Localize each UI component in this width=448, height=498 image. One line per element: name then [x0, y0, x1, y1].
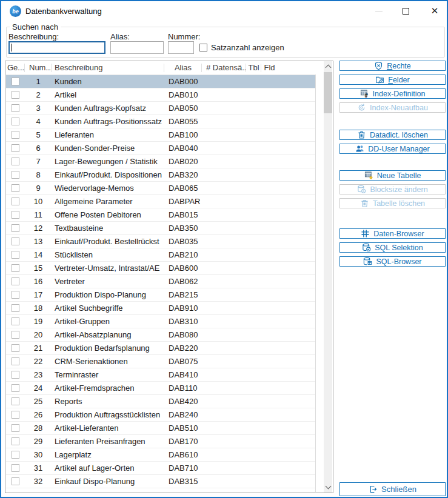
table-row[interactable]: 32Einkauf Dispo-PlanungDAB315 — [6, 475, 315, 488]
row-checkbox[interactable] — [12, 291, 19, 299]
cell-alias: DAB510 — [164, 423, 202, 433]
column-header-num[interactable]: Num... — [25, 61, 52, 75]
row-checkbox[interactable] — [12, 251, 19, 259]
table-row[interactable]: 31Artikel auf Lager-OrtenDAB710 — [6, 462, 315, 475]
row-checkbox[interactable] — [12, 78, 19, 85]
row-checkbox[interactable] — [12, 104, 19, 112]
row-checkbox[interactable] — [12, 237, 19, 245]
row-checkbox[interactable] — [12, 344, 19, 352]
table-row[interactable]: 12TextbausteineDAB350 — [6, 222, 315, 235]
table-row[interactable]: 11Offene Posten DebitorenDAB015 — [6, 208, 315, 222]
row-checkbox[interactable] — [12, 317, 19, 325]
column-header-beschreibung[interactable]: Beschreibung — [52, 61, 164, 75]
table-row[interactable]: 2ArtikelDAB010 — [6, 88, 315, 102]
table-row[interactable]: 13Einkauf/Produkt. BestellrückstDAB035 — [6, 235, 315, 248]
cell-nummer: 21 — [25, 344, 52, 353]
schliessen-button[interactable]: Schließen — [339, 482, 446, 496]
folder-pencil-icon — [375, 75, 384, 84]
row-checkbox[interactable] — [12, 131, 19, 139]
table-row[interactable]: 30LagerplatzDAB610 — [6, 448, 315, 462]
table-row[interactable]: 9Wiedervorlage-MemosDAB065 — [6, 182, 315, 195]
cell-alias: DAB410 — [164, 370, 202, 379]
row-checkbox[interactable] — [12, 277, 19, 285]
row-checkbox[interactable] — [12, 464, 19, 472]
table-row[interactable]: 26Produktion AuftragsstücklistenDAB240 — [6, 408, 315, 422]
nummer-input[interactable] — [168, 41, 194, 54]
table-row[interactable]: 10Allgemeine ParameterDABPAR — [6, 195, 315, 208]
neue-tabelle-button[interactable]: Neue Tabelle — [339, 170, 446, 181]
satzanzahl-checkbox[interactable] — [199, 44, 207, 51]
column-header-datens[interactable]: # Datensä... — [202, 61, 246, 75]
scroll-down-icon[interactable] — [324, 482, 332, 493]
row-checkbox[interactable] — [12, 184, 19, 192]
index-definition-button[interactable]: #Index-Definition — [339, 88, 446, 99]
table-row[interactable]: 18Artikel SuchbegriffeDAB910 — [6, 302, 315, 315]
column-header-alias[interactable]: Alias — [164, 61, 202, 75]
row-checkbox[interactable] — [12, 118, 19, 125]
table-row[interactable]: 28Artikel-LieferantenDAB510 — [6, 422, 315, 435]
cell-beschreibung: Einkauf Dispo-Planung — [52, 477, 164, 486]
vertical-scrollbar[interactable] — [324, 61, 332, 493]
row-checkbox[interactable] — [12, 144, 19, 152]
minimize-icon — [375, 11, 383, 12]
row-checkbox[interactable] — [12, 451, 19, 459]
table-row[interactable]: 22CRM-SerienaktionenDAB075 — [6, 355, 315, 368]
table-row[interactable]: 29Lieferanten PreisanfragenDAB170 — [6, 435, 315, 448]
row-checkbox[interactable] — [12, 397, 19, 405]
close-window-button[interactable]: ✕ — [424, 1, 445, 21]
table-row[interactable]: 17Produktion Dispo-PlanungDAB215 — [6, 288, 315, 302]
table-row[interactable]: 7Lager-Bewegungen / StatistikDAB020 — [6, 155, 315, 168]
table-row[interactable]: 1KundenDAB000 — [6, 75, 315, 88]
row-checkbox[interactable] — [12, 384, 19, 392]
alias-input[interactable] — [110, 41, 164, 54]
row-checkbox[interactable] — [12, 437, 19, 445]
cell-beschreibung: Artikel Suchbegriffe — [52, 304, 164, 313]
rechte-button[interactable]: Rechte — [339, 61, 446, 71]
cell-beschreibung: CRM-Serienaktionen — [52, 357, 164, 366]
table-row[interactable]: 15Vertreter-Umsatz, Intrastat/AEDAB600 — [6, 262, 315, 275]
column-header-tbl[interactable]: Tbl — [246, 61, 261, 75]
row-checkbox[interactable] — [12, 357, 19, 365]
table-row[interactable]: 4Kunden Auftrags-PositionssatzDAB055 — [6, 115, 315, 128]
close-icon: ✕ — [431, 5, 439, 16]
cell-nummer: 25 — [25, 397, 52, 406]
table-row[interactable]: 25ReportsDAB420 — [6, 395, 315, 408]
scroll-up-icon[interactable] — [324, 61, 332, 71]
row-checkbox[interactable] — [12, 411, 19, 419]
table-row[interactable]: 3Kunden Auftrags-KopfsatzDAB050 — [6, 102, 315, 115]
datadict-loeschen-button[interactable]: Datadict. löschen — [339, 130, 446, 140]
row-checkbox[interactable] — [12, 477, 19, 485]
scrollbar-thumb[interactable] — [324, 72, 332, 113]
table-row[interactable]: 6Kunden-Sonder-PreiseDAB040 — [6, 142, 315, 155]
table-row[interactable]: 14StücklistenDAB210 — [6, 248, 315, 262]
dd-user-manager-button[interactable]: DD-User Manager — [339, 144, 446, 154]
row-checkbox[interactable] — [12, 91, 19, 99]
table-row[interactable]: 16VertreterDAB062 — [6, 275, 315, 288]
felder-button[interactable]: Felder — [339, 75, 446, 85]
row-checkbox[interactable] — [12, 211, 19, 219]
row-checkbox[interactable] — [12, 371, 19, 379]
column-header-fld[interactable]: Fld — [261, 61, 278, 75]
row-checkbox[interactable] — [12, 331, 19, 339]
row-checkbox[interactable] — [12, 424, 19, 432]
table-row[interactable]: 20Artikel-AbsatzplanungDAB080 — [6, 328, 315, 342]
table-row[interactable]: 8Einkauf/Produkt. DispositionenDAB320 — [6, 168, 315, 182]
column-header-ge[interactable]: Ge... — [6, 61, 25, 75]
sql-browser-button[interactable]: SQL-Browser — [339, 256, 446, 267]
row-checkbox[interactable] — [12, 198, 19, 205]
table-row[interactable]: 21Produktion BedarfsplanungDAB220 — [6, 342, 315, 355]
row-checkbox[interactable] — [12, 224, 19, 232]
beschreibung-input[interactable] — [8, 41, 105, 54]
table-row[interactable]: 23TerminrasterDAB410 — [6, 368, 315, 382]
table-row[interactable]: 5LieferantenDAB100 — [6, 128, 315, 142]
row-checkbox[interactable] — [12, 264, 19, 272]
row-checkbox[interactable] — [12, 304, 19, 312]
button-label: DD-User Manager — [368, 145, 429, 153]
maximize-button[interactable] — [395, 1, 416, 21]
table-row[interactable]: 24Artikel-FremdsprachenDAB110 — [6, 382, 315, 395]
row-checkbox[interactable] — [12, 171, 19, 179]
sql-selektion-button[interactable]: SQL Selektion — [339, 242, 446, 253]
table-row[interactable]: 19Artikel-GruppenDAB310 — [6, 315, 315, 328]
row-checkbox[interactable] — [12, 158, 19, 165]
daten-browser-button[interactable]: Daten-Browser — [339, 228, 446, 239]
